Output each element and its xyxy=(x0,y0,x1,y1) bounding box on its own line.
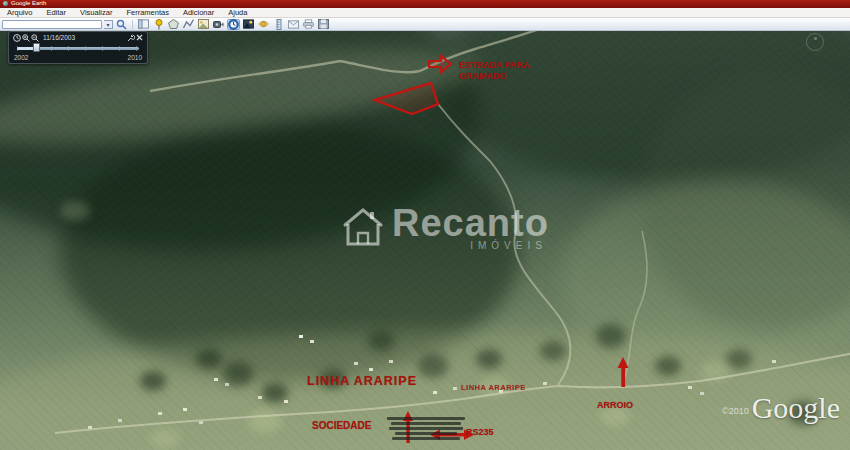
time-clock-button[interactable] xyxy=(12,34,21,42)
record-tour-button[interactable] xyxy=(212,19,225,30)
polygon-icon xyxy=(168,19,179,29)
time-slider-date: 11/16/2003 xyxy=(39,34,126,41)
close-icon xyxy=(136,34,143,41)
add-path-button[interactable] xyxy=(182,19,195,30)
arrow-up-right-icon xyxy=(618,357,629,387)
magnifier-minus-icon xyxy=(31,34,39,42)
path-icon xyxy=(183,19,194,29)
menu-arquivo[interactable]: Arquivo xyxy=(0,8,39,17)
house-icon xyxy=(340,203,386,249)
search-dropdown-button[interactable]: ▾ xyxy=(104,20,113,29)
google-earth-window: Google Earth Arquivo Editar Visualizar F… xyxy=(0,0,850,450)
view-sky-button[interactable] xyxy=(257,19,270,30)
image-overlay-icon xyxy=(198,19,209,29)
menu-adicionar[interactable]: Adicionar xyxy=(176,8,221,17)
search-button[interactable] xyxy=(115,19,128,30)
map-viewport[interactable]: ESTRADA PARA GRAMADO LINHA ARARIPE LINHA… xyxy=(0,31,850,450)
ruler-button[interactable] xyxy=(272,19,285,30)
ruler-icon xyxy=(276,19,282,30)
sunlight-icon xyxy=(243,19,254,29)
time-range-start: 2002 xyxy=(14,54,28,61)
window-title: Google Earth xyxy=(11,0,46,6)
save-image-button[interactable] xyxy=(317,19,330,30)
label-road-small: LINHA ARARIPE xyxy=(461,383,526,392)
magnifier-plus-icon xyxy=(22,34,30,42)
label-road-to-gramado: ESTRADA PARA GRAMADO xyxy=(459,60,545,82)
sunlight-button[interactable] xyxy=(242,19,255,30)
wrench-icon xyxy=(127,34,135,42)
placemark-pin-icon xyxy=(154,19,164,30)
time-range-end: 2010 xyxy=(128,54,142,61)
clock-small-icon xyxy=(13,34,21,42)
map-credits: ©2010 Google xyxy=(722,393,840,423)
menu-visualizar[interactable]: Visualizar xyxy=(73,8,119,17)
add-polygon-button[interactable] xyxy=(167,19,180,30)
app-globe-icon xyxy=(3,1,8,6)
print-button[interactable] xyxy=(302,19,315,30)
compass-navigation-icon[interactable] xyxy=(806,33,824,51)
placemark-description-illegible xyxy=(385,417,467,442)
time-slider-handle[interactable] xyxy=(33,43,40,52)
time-slider-widget: 11/16/2003 2002 2010 xyxy=(8,31,148,64)
menu-ajuda[interactable]: Ajuda xyxy=(221,8,254,17)
add-placemark-button[interactable] xyxy=(152,19,165,30)
label-linha-araripe: LINHA ARARIPE xyxy=(307,374,417,388)
google-logo: Google xyxy=(752,393,840,423)
copyright-text: ©2010 xyxy=(722,406,749,416)
record-tour-icon xyxy=(213,20,224,29)
sidebar-toggle-button[interactable] xyxy=(137,19,150,30)
save-icon xyxy=(318,19,329,29)
range-zoom-out-button[interactable] xyxy=(30,34,39,42)
search-input[interactable] xyxy=(2,20,102,29)
sidebar-icon xyxy=(138,19,149,29)
search-icon xyxy=(116,19,127,30)
menu-editar[interactable]: Editar xyxy=(39,8,73,17)
menu-bar: Arquivo Editar Visualizar Ferramentas Ad… xyxy=(0,8,850,18)
clock-icon xyxy=(228,19,239,30)
label-arroio: ARROIO xyxy=(597,400,633,410)
watermark-brand: Recanto xyxy=(392,203,549,243)
label-rs235: RS235 xyxy=(466,427,494,437)
time-close-button[interactable] xyxy=(135,34,144,42)
add-image-overlay-button[interactable] xyxy=(197,19,210,30)
watermark-subtitle: IMÓVEIS xyxy=(470,240,547,251)
historical-imagery-button[interactable] xyxy=(227,19,240,30)
email-icon xyxy=(288,20,299,29)
email-button[interactable] xyxy=(287,19,300,30)
recanto-watermark: Recanto IMÓVEIS xyxy=(340,203,549,249)
time-settings-button[interactable] xyxy=(126,34,135,42)
toolbar-separator xyxy=(132,20,133,29)
planet-icon xyxy=(258,19,269,29)
menu-ferramentas[interactable]: Ferramentas xyxy=(119,8,176,17)
block-arrow-right-icon xyxy=(429,56,451,72)
range-zoom-in-button[interactable] xyxy=(21,34,30,42)
label-sociedade: SOCIEDADE xyxy=(312,420,371,431)
printer-icon xyxy=(303,19,314,29)
property-polygon xyxy=(375,83,438,114)
toolbar: ▾ xyxy=(0,18,850,31)
title-bar: Google Earth xyxy=(0,0,850,8)
